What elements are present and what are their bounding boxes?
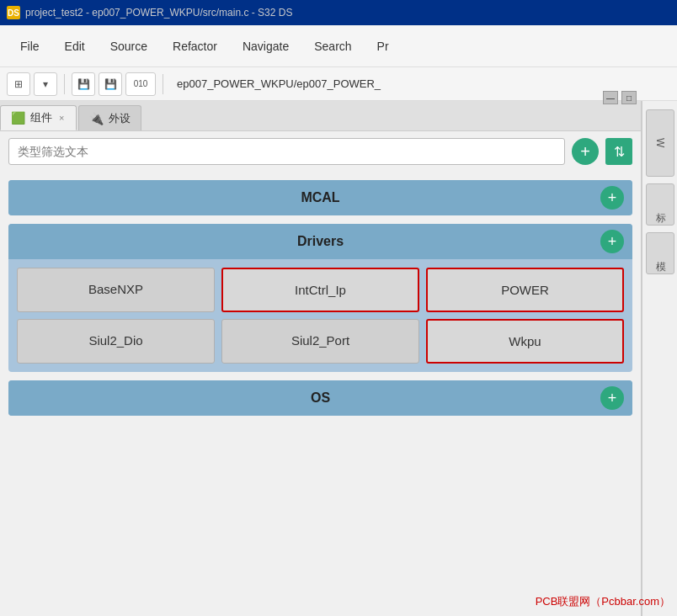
section-mcal: MCAL + bbox=[8, 180, 632, 215]
section-drivers-title: Drivers bbox=[297, 234, 344, 249]
menu-refactor[interactable]: Refactor bbox=[161, 33, 229, 60]
watermark: PCB联盟网（Pcbbar.com） bbox=[536, 594, 670, 609]
toolbar-separator-1 bbox=[64, 74, 65, 94]
section-os: OS + bbox=[8, 380, 632, 416]
component-siul2-port[interactable]: Siul2_Port bbox=[221, 319, 419, 364]
toolbar-icon-btn[interactable]: ⊞ bbox=[7, 72, 30, 96]
component-basenxp[interactable]: BaseNXP bbox=[17, 268, 215, 312]
menu-file[interactable]: File bbox=[8, 33, 51, 60]
tab-components-icon: 🟩 bbox=[11, 111, 25, 125]
section-os-title: OS bbox=[311, 390, 330, 406]
menu-navigate[interactable]: Navigate bbox=[231, 33, 301, 60]
right-panel-btn-1[interactable]: W bbox=[646, 109, 674, 177]
left-panel: 🟩 组件 × 🔌 外设 + ⇅ MCAL + bbox=[0, 101, 642, 616]
toolbar-save-all-btn[interactable]: 💾 bbox=[99, 72, 122, 96]
app-icon: DS bbox=[7, 6, 20, 19]
toolbar-breadcrumb: ep007_POWER_WKPU/ep007_POWER_ bbox=[177, 77, 381, 90]
section-mcal-header: MCAL + bbox=[8, 180, 632, 215]
component-intctrl-ip[interactable]: IntCtrl_Ip bbox=[221, 268, 419, 312]
section-drivers-items: BaseNXP IntCtrl_Ip POWER Siul2_Dio Siul2… bbox=[8, 259, 632, 372]
right-panel-btn-3[interactable]: 模 bbox=[646, 232, 674, 274]
toolbar-010-btn[interactable]: 010 bbox=[125, 72, 156, 96]
menu-search[interactable]: Search bbox=[302, 33, 363, 60]
filter-row: + ⇅ bbox=[0, 131, 641, 172]
toolbar: ⊞ ▾ 💾 💾 010 ep007_POWER_WKPU/ep007_POWER… bbox=[0, 67, 677, 101]
title-bar: DS project_test2 - ep007_POWER_WKPU/src/… bbox=[0, 0, 677, 25]
title-bar-text: project_test2 - ep007_POWER_WKPU/src/mai… bbox=[25, 7, 292, 19]
component-power[interactable]: POWER bbox=[426, 268, 624, 312]
section-mcal-add-btn[interactable]: + bbox=[600, 186, 624, 210]
component-grid: MCAL + Drivers + BaseNXP IntCtrl_Ip POWE… bbox=[0, 172, 641, 616]
menu-bar: File Edit Source Refactor Navigate Searc… bbox=[0, 25, 677, 67]
toolbar-dropdown-btn[interactable]: ▾ bbox=[34, 72, 57, 96]
menu-pr[interactable]: Pr bbox=[365, 33, 401, 60]
maximize-btn[interactable]: □ bbox=[621, 91, 637, 104]
section-mcal-title: MCAL bbox=[301, 190, 339, 205]
tab-external-label: 外设 bbox=[109, 111, 131, 126]
tab-components[interactable]: 🟩 组件 × bbox=[0, 105, 77, 130]
main-layout: 🟩 组件 × 🔌 外设 + ⇅ MCAL + bbox=[0, 101, 677, 616]
filter-input[interactable] bbox=[8, 138, 565, 165]
sort-btn[interactable]: ⇅ bbox=[605, 138, 632, 165]
component-wkpu[interactable]: Wkpu bbox=[426, 319, 624, 364]
minimize-btn[interactable]: — bbox=[603, 91, 618, 104]
tab-bar: 🟩 组件 × 🔌 外设 bbox=[0, 101, 641, 131]
menu-edit[interactable]: Edit bbox=[53, 33, 97, 60]
window-controls: — □ bbox=[603, 91, 637, 104]
add-component-btn[interactable]: + bbox=[572, 138, 599, 165]
tab-components-close[interactable]: × bbox=[57, 113, 66, 123]
menu-source[interactable]: Source bbox=[99, 33, 159, 60]
tab-components-label: 组件 bbox=[30, 110, 52, 125]
toolbar-save-btn[interactable]: 💾 bbox=[72, 72, 95, 96]
section-os-add-btn[interactable]: + bbox=[600, 386, 624, 410]
right-panel: W 标 模 bbox=[642, 101, 677, 616]
section-drivers-add-btn[interactable]: + bbox=[600, 230, 624, 253]
toolbar-separator-2 bbox=[163, 74, 163, 94]
section-drivers-header: Drivers + bbox=[8, 224, 632, 259]
tab-external[interactable]: 🔌 外设 bbox=[78, 105, 141, 130]
component-siul2-dio[interactable]: Siul2_Dio bbox=[17, 319, 215, 364]
section-os-header: OS + bbox=[8, 380, 632, 416]
right-panel-btn-2[interactable]: 标 bbox=[646, 183, 674, 226]
tab-external-icon: 🔌 bbox=[89, 112, 104, 125]
section-drivers: Drivers + BaseNXP IntCtrl_Ip POWER Siul2… bbox=[8, 224, 632, 372]
